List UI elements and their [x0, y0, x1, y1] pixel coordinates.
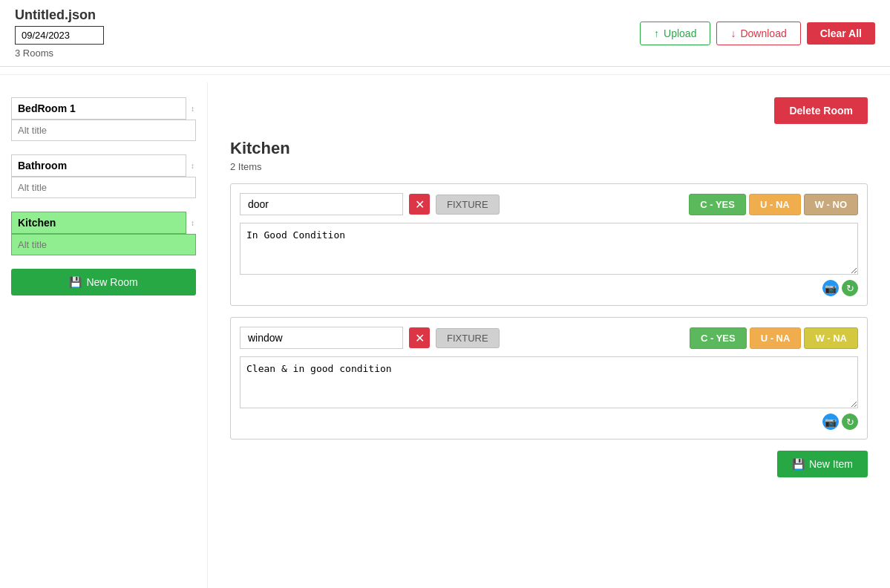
- item-name-window[interactable]: [240, 327, 403, 349]
- u-na-button-window[interactable]: U - NA: [750, 327, 802, 349]
- date-input[interactable]: [15, 26, 104, 45]
- camera-icon-door[interactable]: 📷: [822, 280, 839, 296]
- sort-handle-bedroom1[interactable]: ↕: [189, 103, 196, 114]
- room-name-bathroom[interactable]: [11, 154, 186, 177]
- room-name-kitchen[interactable]: [11, 212, 186, 234]
- app-title: Untitled.json: [15, 7, 104, 23]
- new-item-row: 💾 New Item: [230, 451, 868, 477]
- item-name-door[interactable]: [240, 193, 403, 215]
- content-area: Delete Room Kitchen 2 Items ✕ FIXTURE C …: [208, 82, 890, 588]
- header: Untitled.json 3 Rooms ↑ Upload ↓ Downloa…: [0, 0, 890, 67]
- room-alt-bedroom1[interactable]: [11, 120, 196, 141]
- item-card-window: ✕ FIXTURE C - YES U - NA W - NA Clean & …: [230, 317, 868, 440]
- notes-icons-window: 📷 ↻: [240, 414, 858, 430]
- remove-item-door-button[interactable]: ✕: [409, 194, 430, 215]
- u-na-button-door[interactable]: U - NA: [749, 194, 801, 215]
- w-no-button-door[interactable]: W - NO: [804, 194, 858, 215]
- sidebar: ↕ ↕ ↕ 💾 New Room: [0, 82, 208, 588]
- item-card-door: ✕ FIXTURE C - YES U - NA W - NO In Good …: [230, 183, 868, 306]
- w-na-button-window[interactable]: W - NA: [804, 327, 858, 349]
- item-notes-wrapper-window: Clean & in good condition 📷 ↻: [240, 356, 858, 430]
- refresh-icon-window[interactable]: ↻: [842, 414, 858, 430]
- header-left: Untitled.json 3 Rooms: [15, 7, 104, 59]
- room-alt-kitchen[interactable]: [11, 234, 196, 255]
- sidebar-item-bathroom: ↕: [11, 154, 196, 198]
- c-yes-button-door[interactable]: C - YES: [689, 194, 746, 215]
- rooms-count: 3 Rooms: [15, 48, 104, 59]
- notes-icons-door: 📷 ↻: [240, 280, 858, 296]
- upload-icon: ↑: [654, 27, 659, 39]
- download-button[interactable]: ↓ Download: [716, 22, 800, 45]
- save-icon-new-item: 💾: [792, 458, 805, 470]
- content-header: Delete Room: [230, 97, 868, 124]
- item-notes-window[interactable]: Clean & in good condition: [240, 356, 858, 408]
- header-buttons: ↑ Upload ↓ Download Clear All: [640, 22, 875, 45]
- delete-room-button[interactable]: Delete Room: [774, 97, 868, 124]
- save-icon: 💾: [69, 276, 82, 288]
- main-layout: ↕ ↕ ↕ 💾 New Room Delete Roo: [0, 82, 890, 588]
- sidebar-item-kitchen: ↕: [11, 212, 196, 255]
- upload-button[interactable]: ↑ Upload: [640, 22, 710, 45]
- refresh-icon-door[interactable]: ↻: [842, 280, 858, 296]
- active-room-title: Kitchen: [230, 139, 868, 158]
- room-alt-bathroom[interactable]: [11, 177, 196, 198]
- c-yes-button-window[interactable]: C - YES: [690, 327, 747, 349]
- items-count: 2 Items: [230, 161, 868, 172]
- status-buttons-door: C - YES U - NA W - NO: [689, 194, 858, 215]
- sidebar-item-bedroom1: ↕: [11, 97, 196, 141]
- clear-all-button[interactable]: Clear All: [807, 22, 875, 45]
- remove-item-window-button[interactable]: ✕: [409, 327, 430, 348]
- fixture-button-door[interactable]: FIXTURE: [436, 195, 500, 215]
- new-item-button[interactable]: 💾 New Item: [777, 451, 868, 477]
- item-notes-door[interactable]: In Good Condition: [240, 223, 858, 275]
- sort-handle-bathroom[interactable]: ↕: [189, 160, 196, 172]
- status-buttons-window: C - YES U - NA W - NA: [690, 327, 858, 349]
- item-top-row-door: ✕ FIXTURE C - YES U - NA W - NO: [240, 193, 858, 215]
- item-top-row-window: ✕ FIXTURE C - YES U - NA W - NA: [240, 327, 858, 349]
- camera-icon-window[interactable]: 📷: [822, 414, 839, 430]
- fixture-button-window[interactable]: FIXTURE: [436, 328, 500, 348]
- download-icon: ↓: [730, 27, 736, 39]
- room-name-bedroom1[interactable]: [11, 97, 186, 120]
- new-room-button[interactable]: 💾 New Room: [11, 269, 196, 295]
- sort-handle-kitchen[interactable]: ↕: [189, 218, 196, 229]
- item-notes-wrapper-door: In Good Condition 📷 ↻: [240, 223, 858, 296]
